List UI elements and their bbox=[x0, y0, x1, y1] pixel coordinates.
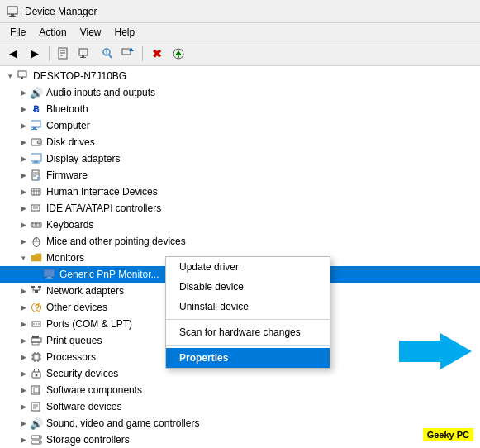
storage-label: Storage controllers bbox=[46, 434, 130, 446]
toolbar-sep2 bbox=[142, 46, 143, 61]
device-manager-button[interactable] bbox=[75, 45, 95, 63]
ide-expand-icon: ▶ bbox=[17, 202, 30, 215]
context-disable-device[interactable]: Disable device bbox=[166, 277, 330, 297]
bluetooth-label: Bluetooth bbox=[46, 103, 88, 115]
menu-action[interactable]: Action bbox=[32, 25, 73, 40]
back-button[interactable]: ◀ bbox=[3, 45, 23, 63]
storage-icon bbox=[30, 433, 43, 446]
computer-label: Computer bbox=[46, 120, 90, 131]
svg-text:?: ? bbox=[35, 303, 40, 312]
other-icon: ? bbox=[30, 301, 43, 314]
mice-label: Mice and other pointing devices bbox=[46, 236, 186, 247]
tree-root[interactable]: ▾ DESKTOP-N7J10BG bbox=[0, 68, 480, 84]
svg-line-11 bbox=[109, 55, 112, 58]
disk-label: Disk drives bbox=[46, 136, 95, 148]
forward-button[interactable]: ▶ bbox=[25, 45, 45, 63]
svg-rect-21 bbox=[31, 121, 40, 127]
tree-item-ide[interactable]: ▶ IDE ATA/ATAPI controllers bbox=[0, 200, 480, 217]
firmware-label: Firmware bbox=[46, 169, 88, 181]
tree-item-software-comp[interactable]: ▶ Software components bbox=[0, 382, 480, 398]
security-expand-icon: ▶ bbox=[17, 367, 30, 380]
svg-rect-2 bbox=[9, 16, 16, 17]
print-icon bbox=[30, 334, 43, 347]
display-expand-icon: ▶ bbox=[17, 152, 30, 165]
svg-rect-56 bbox=[47, 277, 51, 279]
tree-item-mice[interactable]: ▶ Mice and other pointing devices bbox=[0, 233, 480, 250]
svg-point-26 bbox=[38, 141, 39, 142]
svg-rect-20 bbox=[19, 79, 25, 79]
tree-item-disk[interactable]: ▶ Disk drives bbox=[0, 134, 480, 150]
keyboards-expand-icon: ▶ bbox=[17, 218, 30, 231]
computer-icon bbox=[30, 119, 43, 132]
install-button[interactable] bbox=[169, 45, 188, 63]
ports-icon bbox=[30, 317, 43, 331]
security-icon bbox=[30, 367, 43, 380]
display-label: Display adapters bbox=[46, 153, 120, 164]
tree-item-software-dev[interactable]: ▶ Software devices bbox=[0, 398, 480, 415]
svg-rect-44 bbox=[32, 223, 34, 225]
context-uninstall-device[interactable]: Uninstall device bbox=[166, 297, 330, 317]
svg-rect-48 bbox=[32, 226, 34, 227]
context-update-driver[interactable]: Update driver bbox=[166, 257, 330, 277]
svg-rect-19 bbox=[21, 77, 23, 79]
menu-bar: File Action View Help bbox=[0, 23, 480, 41]
context-sep2 bbox=[166, 345, 330, 346]
tree-item-bluetooth[interactable]: ▶ Ƀ Bluetooth bbox=[0, 101, 480, 117]
svg-rect-87 bbox=[31, 386, 40, 394]
scan-button[interactable] bbox=[97, 45, 116, 63]
root-label: DESKTOP-N7J10BG bbox=[33, 70, 126, 82]
main-content: ▾ DESKTOP-N7J10BG ▶ 🔊 Audio inputs and o… bbox=[0, 66, 480, 448]
svg-point-95 bbox=[39, 436, 40, 438]
menu-file[interactable]: File bbox=[3, 25, 32, 40]
tree-item-keyboards[interactable]: ▶ Keyboards bbox=[0, 217, 480, 233]
tree-item-firmware[interactable]: ▶ Firmware bbox=[0, 167, 480, 183]
pnp-label: Generic PnP Monitor... bbox=[59, 269, 159, 280]
menu-help[interactable]: Help bbox=[108, 25, 142, 40]
svg-point-86 bbox=[36, 374, 38, 377]
processors-label: Processors bbox=[46, 351, 96, 363]
network-icon bbox=[30, 284, 43, 298]
svg-rect-24 bbox=[31, 139, 41, 145]
svg-rect-18 bbox=[18, 71, 26, 77]
monitors-expand-icon: ▾ bbox=[17, 251, 30, 265]
tree-item-audio[interactable]: ▶ 🔊 Audio inputs and outputs bbox=[0, 84, 480, 101]
tree-item-storage[interactable]: ▶ Storage controllers bbox=[0, 431, 480, 448]
pnp-expand-icon bbox=[30, 268, 43, 281]
properties-button[interactable] bbox=[54, 45, 74, 63]
svg-point-70 bbox=[36, 323, 37, 325]
tree-item-display[interactable]: ▶ Display adapters bbox=[0, 150, 480, 167]
svg-rect-22 bbox=[33, 127, 36, 129]
swcomp-expand-icon: ▶ bbox=[17, 384, 30, 397]
update-driver-button[interactable] bbox=[118, 45, 138, 63]
other-label: Other devices bbox=[46, 302, 107, 313]
menu-view[interactable]: View bbox=[74, 25, 108, 40]
disable-button[interactable]: ✖ bbox=[147, 45, 167, 63]
tree-item-hid[interactable]: ▶ Human Interface Devices bbox=[0, 183, 480, 200]
context-scan-changes[interactable]: Scan for hardware changes bbox=[166, 322, 330, 342]
tree-item-sound[interactable]: ▶ 🔊 Sound, video and game controllers bbox=[0, 415, 480, 431]
ide-label: IDE ATA/ATAPI controllers bbox=[46, 203, 161, 214]
toolbar-sep1 bbox=[49, 46, 50, 61]
root-expand-icon: ▾ bbox=[3, 69, 17, 83]
mice-icon bbox=[30, 235, 43, 248]
svg-rect-50 bbox=[39, 226, 40, 227]
swdev-label: Software devices bbox=[46, 401, 121, 412]
swcomp-label: Software components bbox=[46, 384, 142, 396]
print-expand-icon: ▶ bbox=[17, 334, 30, 347]
tree-item-computer[interactable]: ▶ Computer bbox=[0, 117, 480, 134]
svg-point-69 bbox=[33, 323, 35, 325]
context-properties[interactable]: Properties bbox=[166, 348, 330, 368]
other-expand-icon: ▶ bbox=[17, 301, 30, 314]
svg-rect-0 bbox=[7, 7, 17, 14]
svg-rect-7 bbox=[79, 49, 88, 55]
svg-rect-23 bbox=[31, 129, 37, 130]
svg-rect-27 bbox=[31, 154, 41, 161]
svg-rect-45 bbox=[35, 223, 36, 225]
audio-label: Audio inputs and outputs bbox=[46, 87, 155, 98]
processors-icon bbox=[30, 350, 43, 364]
sound-icon: 🔊 bbox=[30, 417, 43, 430]
svg-point-71 bbox=[38, 323, 40, 325]
svg-rect-13 bbox=[122, 49, 131, 55]
svg-rect-57 bbox=[45, 279, 53, 279]
print-label: Print queues bbox=[46, 335, 102, 346]
